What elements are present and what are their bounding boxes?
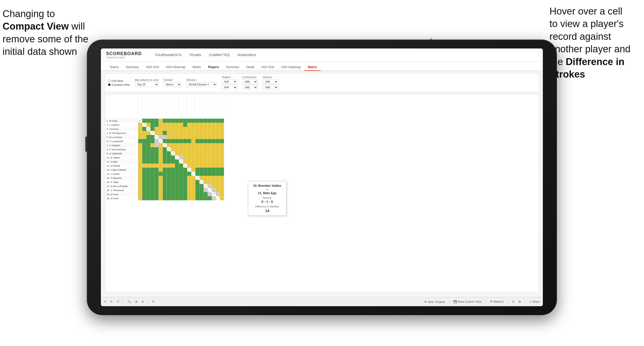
grid-cell-13-12[interactable]: [187, 172, 191, 176]
grid-cell-0-3[interactable]: [150, 119, 155, 123]
grid-cell-15-11[interactable]: [183, 180, 187, 184]
grid-cell-16-20[interactable]: [220, 184, 224, 188]
grid-cell-17-13[interactable]: [191, 188, 195, 192]
grid-cell-7-0[interactable]: [138, 147, 142, 151]
grid-cell-0-6[interactable]: [163, 119, 167, 123]
grid-cell-15-2[interactable]: [146, 180, 150, 184]
grid-cell-19-13[interactable]: [191, 196, 195, 200]
grid-cell-15-18[interactable]: [212, 180, 216, 184]
grid-cell-14-2[interactable]: [146, 176, 150, 180]
grid-cell-12-3[interactable]: [150, 168, 155, 172]
grid-cell-8-12[interactable]: [187, 151, 191, 155]
grid-cell-5-9[interactable]: [175, 139, 179, 143]
grid-cell-18-4[interactable]: [155, 192, 159, 196]
grid-cell-17-6[interactable]: [163, 188, 167, 192]
grid-cell-6-3[interactable]: [150, 143, 155, 147]
grid-cell-16-12[interactable]: [187, 184, 191, 188]
grid-cell-19-7[interactable]: [167, 196, 171, 200]
grid-cell-16-14[interactable]: [195, 184, 200, 188]
grid-cell-14-6[interactable]: [163, 176, 167, 180]
grid-cell-4-1[interactable]: [142, 135, 146, 139]
grid-cell-4-2[interactable]: [146, 135, 150, 139]
grid-cell-6-13[interactable]: [191, 143, 195, 147]
grid-cell-12-10[interactable]: [179, 168, 183, 172]
grid-cell-7-14[interactable]: [195, 147, 200, 151]
division-select[interactable]: NCAA Division I: [186, 82, 217, 87]
grid-cell-6-1[interactable]: [142, 143, 146, 147]
grid-cell-2-12[interactable]: [187, 127, 191, 131]
grid-cell-13-0[interactable]: [138, 172, 142, 176]
nav-tournaments[interactable]: TOURNAMENTS: [155, 52, 182, 58]
grid-cell-18-15[interactable]: [200, 192, 204, 196]
grid-cell-13-6[interactable]: [163, 172, 167, 176]
grid-cell-14-15[interactable]: [200, 176, 204, 180]
grid-cell-16-10[interactable]: [179, 184, 183, 188]
grid-cell-17-12[interactable]: [187, 188, 191, 192]
grid-cell-5-12[interactable]: [187, 139, 191, 143]
tab-players[interactable]: Players: [204, 64, 223, 71]
grid-cell-0-19[interactable]: [216, 119, 220, 123]
grid-cell-10-2[interactable]: [146, 159, 150, 164]
grid-cell-1-9[interactable]: [175, 123, 179, 127]
grid-cell-1-0[interactable]: [138, 123, 142, 127]
grid-cell-16-2[interactable]: [146, 184, 150, 188]
grid-cell-19-14[interactable]: [195, 196, 200, 200]
grid-cell-12-20[interactable]: [220, 168, 224, 172]
grid-cell-17-10[interactable]: [179, 188, 183, 192]
grid-cell-10-11[interactable]: [183, 159, 187, 164]
grid-cell-0-18[interactable]: [212, 119, 216, 123]
grid-cell-10-19[interactable]: [216, 159, 220, 164]
grid-cell-0-17[interactable]: [208, 119, 212, 123]
grid-cell-5-14[interactable]: [195, 139, 200, 143]
grid-cell-12-19[interactable]: [216, 168, 220, 172]
grid-cell-11-13[interactable]: [191, 164, 195, 168]
grid-cell-10-10[interactable]: [179, 159, 183, 164]
grid-cell-16-5[interactable]: [159, 184, 163, 188]
grid-cell-0-14[interactable]: [195, 119, 200, 123]
grid-cell-3-6[interactable]: [163, 131, 167, 135]
grid-cell-9-4[interactable]: [155, 155, 159, 159]
grid-cell-18-9[interactable]: [175, 192, 179, 196]
grid-cell-0-1[interactable]: [142, 119, 146, 123]
grid-cell-4-7[interactable]: [167, 135, 171, 139]
grid-cell-15-0[interactable]: [138, 180, 142, 184]
grid-cell-2-19[interactable]: [216, 127, 220, 131]
grid-cell-13-4[interactable]: [155, 172, 159, 176]
grid-cell-15-17[interactable]: [208, 180, 212, 184]
grid-cell-2-8[interactable]: [171, 127, 175, 131]
grid-cell-10-8[interactable]: [171, 159, 175, 164]
grid-cell-8-5[interactable]: [159, 151, 163, 155]
grid-cell-12-11[interactable]: [183, 168, 187, 172]
full-view-option[interactable]: Full View: [108, 79, 130, 82]
grid-cell-19-10[interactable]: [179, 196, 183, 200]
grid-cell-3-7[interactable]: [167, 131, 171, 135]
grid-cell-14-11[interactable]: [183, 176, 187, 180]
grid-cell-6-17[interactable]: [208, 143, 212, 147]
grid-cell-9-1[interactable]: [142, 155, 146, 159]
grid-cell-0-11[interactable]: [183, 119, 187, 123]
grid-cell-8-11[interactable]: [183, 151, 187, 155]
grid-cell-5-15[interactable]: [200, 139, 204, 143]
grid-cell-15-8[interactable]: [171, 180, 175, 184]
grid-cell-15-12[interactable]: [187, 180, 191, 184]
grid-cell-15-16[interactable]: [204, 180, 208, 184]
grid-cell-5-5[interactable]: [159, 139, 163, 143]
grid-cell-2-6[interactable]: [163, 127, 167, 131]
grid-cell-17-9[interactable]: [175, 188, 179, 192]
grid-cell-3-13[interactable]: [191, 131, 195, 135]
grid-cell-5-0[interactable]: [138, 139, 142, 143]
grid-cell-9-16[interactable]: [204, 155, 208, 159]
grid-cell-10-6[interactable]: [163, 159, 167, 164]
grid-cell-14-4[interactable]: [155, 176, 159, 180]
grid-cell-17-11[interactable]: [183, 188, 187, 192]
grid-cell-1-8[interactable]: [171, 123, 175, 127]
grid-cell-19-1[interactable]: [142, 196, 146, 200]
grid-cell-8-1[interactable]: [142, 151, 146, 155]
grid-cell-8-0[interactable]: [138, 151, 142, 155]
grid-cell-10-7[interactable]: [167, 159, 171, 164]
grid-cell-11-14[interactable]: [195, 164, 200, 168]
nav-rankings[interactable]: RANKINGS: [238, 52, 256, 58]
undo2-btn[interactable]: ↺: [117, 300, 119, 303]
grid-cell-7-18[interactable]: [212, 147, 216, 151]
grid-cell-2-7[interactable]: [167, 127, 171, 131]
